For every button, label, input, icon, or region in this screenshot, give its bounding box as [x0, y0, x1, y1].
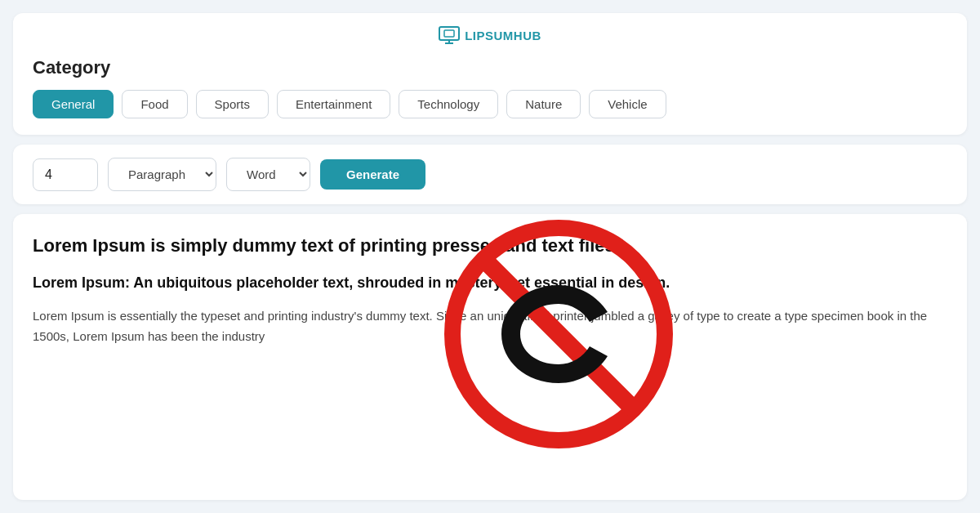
- format-select[interactable]: Word HTML Plain: [226, 158, 310, 191]
- tab-entertainment[interactable]: Entertainment: [277, 90, 390, 118]
- logo-text-suffix: HUB: [514, 29, 541, 42]
- top-bar: LIPSUMHUB: [33, 26, 947, 44]
- controls-section: Paragraph Sentence Word Word HTML Plain …: [13, 145, 967, 204]
- svg-rect-1: [444, 30, 454, 37]
- content-title: Lorem Ipsum is simply dummy text of prin…: [33, 234, 947, 258]
- content-body: Lorem Ipsum is essentially the typeset a…: [33, 306, 947, 347]
- header-section: LIPSUMHUB Category General Food Sports E…: [13, 13, 967, 135]
- tab-food[interactable]: Food: [122, 90, 187, 118]
- tab-technology[interactable]: Technology: [399, 90, 498, 118]
- tab-sports[interactable]: Sports: [196, 90, 269, 118]
- category-tabs: General Food Sports Entertainment Techno…: [33, 90, 947, 118]
- category-label: Category: [33, 57, 947, 78]
- generate-button[interactable]: Generate: [320, 159, 425, 190]
- logo-text-prefix: LIPSUM: [465, 29, 514, 42]
- tab-vehicle[interactable]: Vehicle: [589, 90, 666, 118]
- content-section: Lorem Ipsum is simply dummy text of prin…: [13, 214, 967, 500]
- page-wrapper: LIPSUMHUB Category General Food Sports E…: [0, 0, 980, 513]
- logo-area: LIPSUMHUB: [439, 26, 541, 44]
- tab-nature[interactable]: Nature: [506, 90, 581, 118]
- content-subtitle: Lorem Ipsum: An ubiquitous placeholder t…: [33, 273, 947, 293]
- tab-general[interactable]: General: [33, 90, 114, 118]
- type-select[interactable]: Paragraph Sentence Word: [108, 158, 216, 191]
- logo-text: LIPSUMHUB: [465, 29, 541, 42]
- svg-rect-0: [439, 27, 459, 40]
- count-input[interactable]: [33, 158, 98, 191]
- logo-icon: [439, 26, 460, 44]
